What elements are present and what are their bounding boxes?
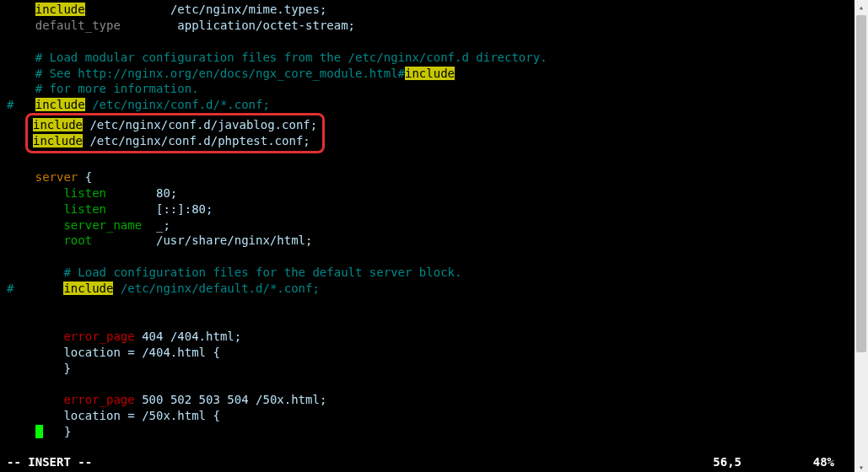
code-line: location = /404.html { [0, 345, 855, 361]
code-line: } [0, 361, 855, 377]
vertical-scrollbar[interactable]: ▴ ▾ [855, 0, 868, 472]
code-line: error_page 500 502 503 504 /50x.html; [0, 392, 855, 408]
highlight-include: include [35, 3, 85, 16]
commented-include-line: # include /etc/nginx/default.d/*.conf; [0, 281, 855, 297]
comment-line: # Load modular configuration files from … [0, 50, 855, 66]
code-line: include /etc/nginx/conf.d/phptest.conf; [28, 133, 322, 149]
code-line: listen [::]:80; [0, 201, 855, 217]
scroll-up-arrow[interactable]: ▴ [857, 2, 865, 10]
code-line [0, 297, 855, 313]
code-line: } [0, 424, 855, 440]
vim-status-bar: -- INSERT -- 56,5 48% [7, 454, 851, 470]
scrollbar-thumb[interactable] [856, 15, 866, 352]
highlight-include: include [63, 282, 113, 295]
commented-include-line: # include /etc/nginx/conf.d/*.conf; [0, 97, 855, 113]
code-line: listen 80; [0, 185, 855, 201]
code-line: default_type application/octet-stream; [0, 18, 855, 34]
vim-mode-indicator: -- INSERT -- [7, 454, 92, 470]
comment-line: # See http://nginx.org/en/docs/ngx_core_… [0, 66, 855, 82]
comment-line: # Load configuration files for the defau… [0, 265, 855, 281]
code-line: server_name _; [0, 217, 855, 233]
code-line [0, 34, 855, 50]
highlight-include: include [33, 134, 83, 148]
code-line [0, 313, 855, 329]
highlight-include: include [33, 118, 83, 131]
highlight-include: include [35, 98, 85, 111]
code-line: location = /50x.html { [0, 408, 855, 424]
highlight-include: include [405, 67, 455, 80]
highlighted-config-box: include /etc/nginx/conf.d/javablog.conf;… [25, 113, 325, 153]
cursor-position: 56,5 [713, 454, 741, 470]
comment-line: # for more information. [0, 81, 855, 97]
scroll-down-arrow[interactable]: ▾ [857, 462, 865, 470]
code-line: include /etc/nginx/conf.d/javablog.conf; [28, 117, 322, 133]
code-line: include /etc/nginx/mime.types; [0, 2, 855, 18]
code-line [0, 249, 855, 265]
scroll-percent: 48% [813, 454, 834, 470]
code-line [0, 153, 855, 169]
vim-editor-viewport[interactable]: include /etc/nginx/mime.types; default_t… [0, 0, 855, 472]
code-line: root /usr/share/nginx/html; [0, 233, 855, 249]
code-line: error_page 404 /404.html; [0, 329, 855, 345]
code-line: server { [0, 169, 855, 185]
text-cursor [35, 425, 43, 438]
code-line [0, 376, 855, 392]
